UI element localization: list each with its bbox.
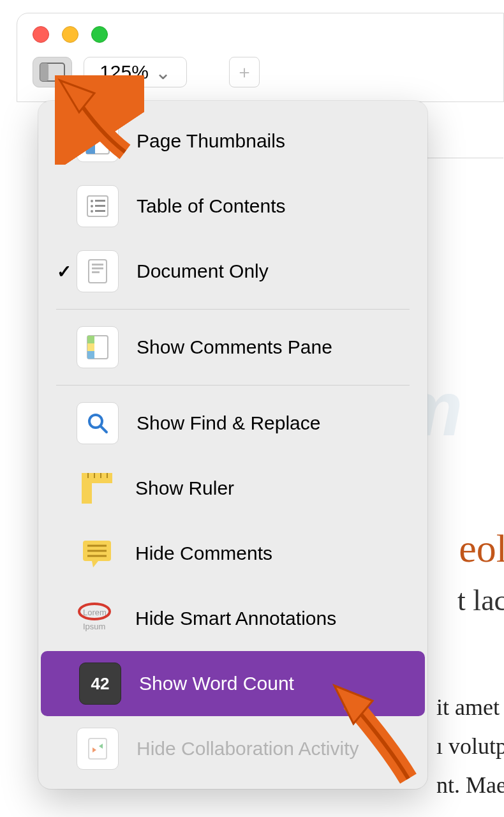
menu-label: Page Thumbnails [137, 130, 415, 152]
menu-label: Show Find & Replace [137, 412, 415, 434]
view-button[interactable] [33, 57, 72, 87]
checkmark-icon: ✓ [51, 261, 77, 282]
toolbar: 125% ⌄ ＋ [17, 49, 503, 101]
svg-point-9 [91, 205, 93, 207]
svg-rect-18 [87, 336, 94, 343]
app-window: 125% ⌄ ＋ eol t lac it amet ı volutp nt. … [17, 13, 504, 102]
svg-text:Lorem: Lorem [83, 608, 107, 617]
view-menu: Page Thumbnails Table of Contents ✓ Docu… [38, 101, 427, 789]
doc-title-fragment: eol [459, 526, 504, 571]
menu-separator [56, 309, 410, 310]
menu-item-table-of-contents[interactable]: Table of Contents [38, 174, 427, 239]
comments-pane-icon [77, 326, 119, 368]
menu-label: Hide Collaboration Activity [137, 738, 415, 760]
svg-point-7 [91, 200, 93, 202]
menu-item-show-ruler[interactable]: Show Ruler [38, 456, 427, 521]
document-only-icon [77, 250, 119, 292]
menu-item-document-only[interactable]: ✓ Document Only [38, 239, 427, 304]
svg-rect-37 [89, 738, 107, 759]
menu-label: Show Word Count [139, 673, 412, 694]
window-controls [17, 13, 503, 49]
menu-item-show-find-replace[interactable]: Show Find & Replace [38, 391, 427, 456]
svg-rect-24 [82, 473, 92, 504]
svg-rect-16 [92, 271, 100, 273]
word-count-badge: 42 [91, 674, 110, 694]
menu-item-hide-comments[interactable]: Hide Comments [38, 521, 427, 586]
doc-subtitle-fragment: t lac [457, 583, 504, 617]
svg-rect-8 [95, 200, 105, 202]
menu-label: Hide Smart Annotations [135, 608, 415, 629]
svg-rect-20 [87, 351, 94, 359]
svg-marker-30 [92, 561, 98, 567]
table-of-contents-icon [77, 185, 119, 227]
comment-icon [77, 533, 117, 574]
svg-rect-5 [89, 140, 93, 145]
menu-item-show-comments-pane[interactable]: Show Comments Pane [38, 315, 427, 380]
close-window-button[interactable] [33, 26, 49, 43]
menu-label: Document Only [137, 260, 415, 282]
menu-item-hide-smart-annotations[interactable]: LoremIpsum Hide Smart Annotations [38, 586, 427, 651]
word-count-icon: 42 [79, 663, 121, 705]
menu-item-show-word-count[interactable]: 42 Show Word Count [41, 651, 425, 716]
svg-rect-4 [89, 132, 93, 137]
svg-rect-12 [95, 210, 105, 212]
svg-rect-19 [87, 343, 94, 351]
search-icon [77, 402, 119, 444]
menu-separator [56, 385, 410, 386]
svg-rect-1 [40, 63, 48, 81]
add-page-button[interactable]: ＋ [229, 57, 260, 87]
doc-body-fragment: it amet ı volutp nt. Mae [436, 688, 504, 806]
minimize-window-button[interactable] [62, 26, 78, 43]
zoom-dropdown[interactable]: 125% ⌄ [84, 57, 187, 87]
svg-rect-15 [92, 267, 103, 269]
menu-item-hide-collaboration-activity: Hide Collaboration Activity [38, 716, 427, 781]
collaboration-activity-icon [77, 728, 119, 770]
menu-label: Show Comments Pane [137, 336, 415, 358]
smart-annotations-icon: LoremIpsum [77, 598, 117, 639]
chevron-down-icon: ⌄ [155, 61, 171, 84]
ruler-icon [77, 468, 117, 509]
menu-label: Hide Comments [135, 543, 415, 564]
menu-label: Table of Contents [137, 195, 415, 217]
sidebar-icon [40, 63, 65, 82]
zoom-window-button[interactable] [91, 26, 108, 43]
svg-rect-10 [95, 205, 105, 207]
menu-item-page-thumbnails[interactable]: Page Thumbnails [38, 109, 427, 174]
zoom-value: 125% [100, 61, 149, 83]
svg-point-11 [91, 210, 93, 213]
svg-rect-14 [92, 264, 103, 266]
menu-label: Show Ruler [135, 477, 415, 499]
page-thumbnails-icon [77, 120, 119, 162]
svg-line-22 [101, 426, 107, 432]
svg-text:Ipsum: Ipsum [83, 622, 105, 631]
